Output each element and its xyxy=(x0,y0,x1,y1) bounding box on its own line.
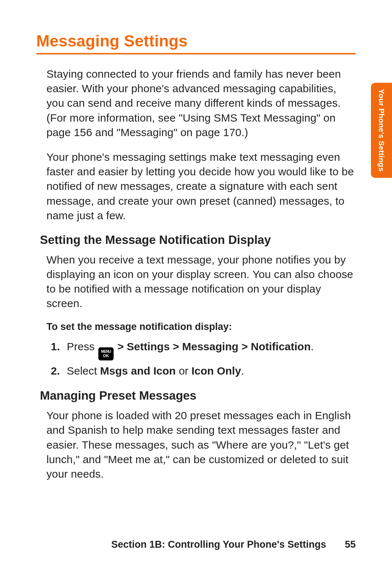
preset-messages-body: Your phone is loaded with 20 preset mess… xyxy=(46,408,356,481)
step-dot: . xyxy=(311,340,314,352)
step-dot: . xyxy=(241,365,244,377)
footer-section-label: Section 1B: Controlling Your Phone's Set… xyxy=(111,539,326,550)
step-2: 2. Select Msgs and Icon or Icon Only. xyxy=(67,363,356,380)
step-text-select: Select xyxy=(67,365,100,377)
step-text-press: Press xyxy=(67,340,98,352)
option-msgs-and-icon: Msgs and Icon xyxy=(100,365,176,377)
intro-paragraph-2: Your phone's messaging settings make tex… xyxy=(46,150,356,223)
steps-list: 1. Press MENU OK > Settings > Messaging … xyxy=(67,338,356,380)
section-tab-label: Your Phone's Settings xyxy=(377,89,386,172)
step-number: 1. xyxy=(51,338,60,355)
subheading-preset-messages: Managing Preset Messages xyxy=(40,389,356,403)
step-1: 1. Press MENU OK > Settings > Messaging … xyxy=(67,338,356,360)
step-nav-path: > Settings > Messaging > Notification xyxy=(117,340,311,352)
menu-ok-icon: MENU OK xyxy=(98,347,114,360)
icon-line-2: OK xyxy=(103,354,109,358)
icon-line-1: MENU xyxy=(101,350,111,354)
section-tab: Your Phone's Settings xyxy=(371,83,392,178)
step-number: 2. xyxy=(51,363,60,380)
option-icon-only: Icon Only xyxy=(191,365,241,377)
intro-paragraph-1: Staying connected to your friends and fa… xyxy=(46,67,356,140)
steps-heading: To set the message notification display: xyxy=(46,321,356,332)
page-footer: Section 1B: Controlling Your Phone's Set… xyxy=(111,539,356,550)
page-title: Messaging Settings xyxy=(36,32,356,54)
notification-display-body: When you receive a text message, your ph… xyxy=(46,253,356,311)
page-content: Messaging Settings Staying connected to … xyxy=(0,0,392,481)
footer-page-number: 55 xyxy=(345,539,356,550)
step-text-or: or xyxy=(176,365,191,377)
subheading-notification-display: Setting the Message Notification Display xyxy=(40,233,356,247)
